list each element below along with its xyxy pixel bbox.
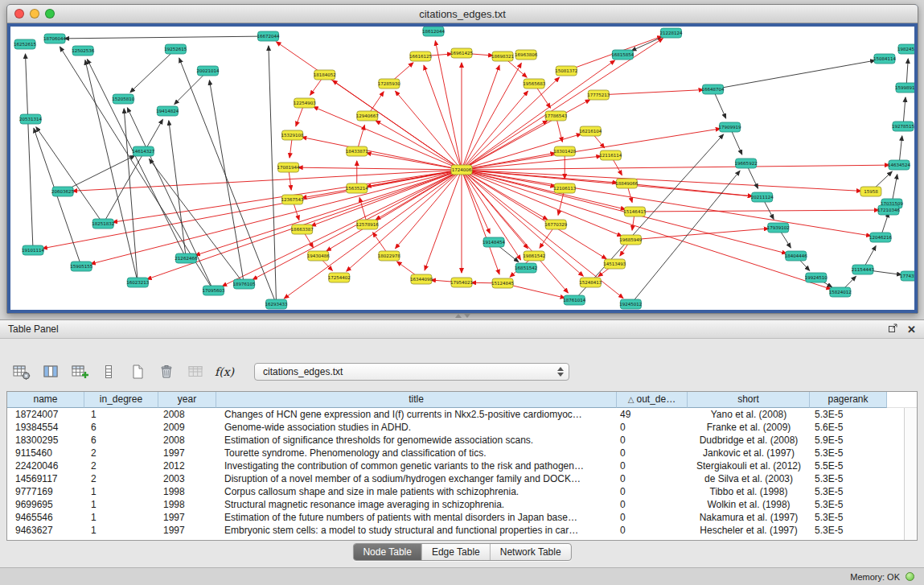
network-edge[interactable]: [150, 159, 244, 284]
network-node[interactable]: 18404446: [785, 251, 808, 261]
show-columns-button[interactable]: [40, 361, 61, 382]
network-node[interactable]: 18184052: [314, 70, 336, 80]
table-select-dropdown[interactable]: citations_edges.txt: [254, 363, 569, 381]
network-node[interactable]: 15124845: [491, 278, 515, 288]
table-row[interactable]: 946554611997Estimation of the future num…: [7, 511, 917, 524]
network-edge[interactable]: [130, 49, 175, 93]
network-edge[interactable]: [462, 65, 499, 170]
network-node[interactable]: 14634524: [888, 160, 911, 170]
network-node[interactable]: 15146415: [623, 207, 647, 216]
network-node[interactable]: 18706044: [43, 34, 67, 43]
network-node[interactable]: 14513493: [603, 259, 626, 269]
network-node[interactable]: 19245012: [619, 299, 642, 309]
column-header-title[interactable]: title: [216, 392, 617, 408]
network-node[interactable]: 17081944: [277, 163, 301, 172]
network-edge[interactable]: [26, 54, 34, 250]
network-edge[interactable]: [713, 60, 876, 89]
zoom-window-button[interactable]: [45, 9, 55, 19]
tab-node-table[interactable]: Node Table: [353, 544, 421, 560]
network-edge[interactable]: [85, 60, 138, 282]
network-node[interactable]: 12106113: [553, 183, 577, 193]
network-node[interactable]: 17743502: [900, 271, 914, 281]
network-node[interactable]: 20531314: [19, 114, 43, 124]
network-window-titlebar[interactable]: citations_edges.txt: [7, 5, 918, 23]
network-edge[interactable]: [626, 183, 752, 196]
network-node[interactable]: 16851542: [515, 263, 537, 273]
network-node[interactable]: 18251832: [92, 219, 114, 229]
network-node[interactable]: 18663387: [291, 225, 314, 234]
network-node[interactable]: 15248413: [579, 278, 602, 287]
network-node[interactable]: 18976105: [233, 279, 257, 289]
network-edge[interactable]: [63, 155, 134, 192]
table-row[interactable]: 1830029562008Estimation of significance …: [7, 434, 917, 447]
table-row[interactable]: 969969511998Structural magnetic resonanc…: [7, 498, 917, 511]
network-node[interactable]: 12046216: [869, 233, 893, 242]
row-tools-button[interactable]: [98, 361, 119, 382]
network-node[interactable]: 19101114: [22, 245, 45, 255]
network-edge[interactable]: [179, 58, 277, 304]
table-row[interactable]: 1938455462009Genome-wide association stu…: [7, 421, 917, 434]
table-row[interactable]: 1872400712008Changes of HCN gene express…: [7, 408, 917, 421]
network-node[interactable]: 16616125: [409, 51, 433, 61]
function-builder-button[interactable]: f(x): [214, 361, 235, 382]
network-node[interactable]: 17285930: [378, 79, 401, 89]
network-edge[interactable]: [124, 109, 138, 282]
network-edge[interactable]: [462, 170, 499, 274]
network-node[interactable]: 19414824: [156, 106, 179, 116]
network-node[interactable]: 15205810: [112, 94, 135, 104]
create-column-button[interactable]: [69, 361, 90, 382]
table-row[interactable]: 2242004622012Investigating the contribut…: [7, 459, 917, 472]
network-node[interactable]: 16815854: [611, 50, 634, 60]
column-header-name[interactable]: name: [7, 392, 84, 408]
network-edge[interactable]: [462, 170, 568, 293]
network-edge[interactable]: [424, 65, 462, 170]
network-node[interactable]: 16963806: [515, 50, 538, 60]
network-node[interactable]: 18698321: [491, 51, 514, 61]
network-node[interactable]: 16252615: [14, 39, 37, 49]
close-panel-icon[interactable]: ✕: [907, 324, 916, 335]
minimize-window-button[interactable]: [30, 9, 39, 19]
network-node[interactable]: 19685949: [619, 235, 643, 245]
network-edge[interactable]: [298, 167, 462, 170]
network-node[interactable]: 19252615: [164, 44, 187, 54]
network-node[interactable]: 12116114: [599, 150, 622, 160]
vertical-scrollbar[interactable]: [904, 408, 917, 540]
network-edge[interactable]: [598, 90, 703, 95]
network-node[interactable]: 16023213: [126, 278, 150, 287]
network-node[interactable]: 18301428: [553, 146, 577, 156]
network-node[interactable]: 15329108: [281, 130, 305, 140]
network-node[interactable]: 21228124: [659, 28, 683, 38]
network-node[interactable]: 15635214: [346, 183, 369, 193]
network-edge[interactable]: [462, 170, 490, 233]
column-header-short[interactable]: short: [688, 392, 810, 408]
network-node[interactable]: 15958: [860, 187, 881, 196]
column-header-pagerank[interactable]: pagerank: [810, 392, 887, 408]
network-edge[interactable]: [630, 229, 768, 240]
network-edge[interactable]: [169, 121, 187, 258]
network-node[interactable]: 17210346: [877, 205, 901, 215]
table-mode-button[interactable]: [11, 361, 32, 382]
network-edge[interactable]: [314, 107, 462, 170]
column-header-year[interactable]: year: [158, 392, 216, 408]
network-node[interactable]: 18849066: [615, 179, 639, 188]
table-row[interactable]: 977716911998Corpus callosum shape and si…: [7, 485, 917, 498]
network-node[interactable]: 17909919: [719, 122, 742, 132]
network-node[interactable]: 16344098: [410, 274, 433, 284]
network-node[interactable]: 12578916: [356, 220, 380, 229]
network-edge[interactable]: [462, 170, 871, 236]
network-node[interactable]: 16961425: [450, 48, 474, 58]
network-node[interactable]: 15824012: [829, 287, 852, 297]
network-node[interactable]: 17095603: [202, 286, 225, 295]
network-node[interactable]: 15084114: [873, 54, 897, 64]
network-node[interactable]: 17786543: [544, 111, 568, 121]
network-edge[interactable]: [36, 127, 103, 224]
network-node[interactable]: 20211124: [751, 192, 774, 202]
import-table-button[interactable]: [185, 361, 206, 382]
network-edge[interactable]: [43, 170, 462, 249]
network-node[interactable]: 20021014: [196, 66, 220, 76]
network-edge[interactable]: [634, 210, 879, 212]
network-node[interactable]: 19148454: [483, 237, 506, 247]
delete-entries-button[interactable]: [156, 361, 177, 382]
network-node[interactable]: 15998912: [895, 83, 914, 93]
network-node[interactable]: 17775213: [587, 90, 610, 100]
